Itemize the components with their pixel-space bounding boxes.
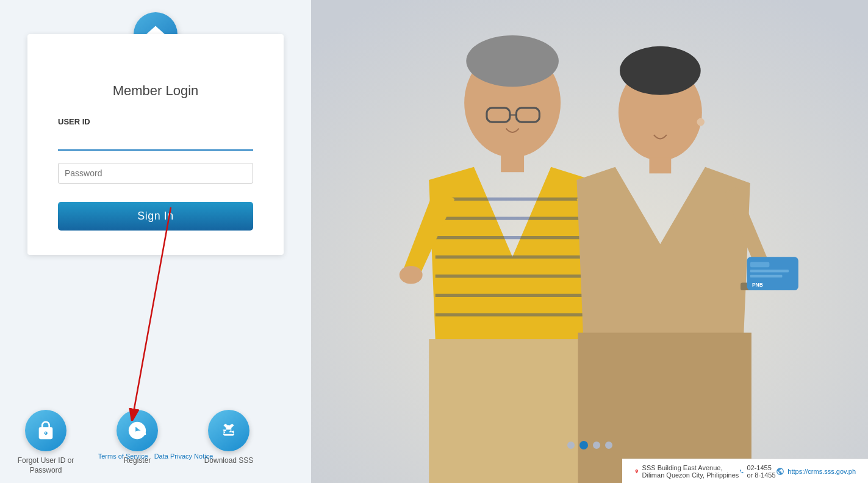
tshirt-download-icon (218, 420, 239, 441)
password-field-group (58, 163, 253, 202)
svg-rect-24 (649, 157, 671, 173)
svg-rect-32 (429, 339, 589, 483)
footer-website: https://crms.sss.gov.ph (776, 467, 856, 476)
address-text: SSS Building East Avenue, Diliman Quezon… (642, 464, 739, 479)
svg-rect-30 (750, 275, 783, 277)
lock-question-icon: ? (35, 420, 56, 441)
globe-icon (776, 467, 784, 476)
svg-rect-28 (750, 262, 770, 267)
slider-dots (567, 441, 612, 449)
globe-user-circle (117, 410, 158, 451)
lock-question-circle: ? (25, 410, 66, 451)
left-panel: Member Login USER ID Sign In ? (0, 0, 311, 483)
user-id-field-group: USER ID (58, 117, 253, 163)
footer-phone: 02-1455 or 8-1455 (739, 464, 776, 479)
phone-text: 02-1455 or 8-1455 (747, 464, 776, 479)
svg-point-3 (137, 424, 143, 430)
svg-point-22 (620, 46, 701, 95)
data-privacy-link[interactable]: Data Privacy Notice (154, 453, 213, 460)
hero-image: PNB (311, 0, 868, 483)
svg-point-6 (466, 35, 559, 87)
svg-text:PNB: PNB (752, 282, 763, 288)
svg-point-18 (400, 266, 423, 284)
password-input[interactable] (58, 163, 253, 184)
terms-row: Terms of Service Data Privacy Notice (0, 453, 311, 460)
website-link[interactable]: https://crms.sss.gov.ph (787, 468, 856, 475)
dot-3[interactable] (593, 442, 600, 449)
user-id-input[interactable] (58, 130, 253, 151)
forgot-user-id-button[interactable]: ? Forgot User ID orPassword (0, 410, 91, 475)
svg-point-23 (697, 118, 705, 126)
svg-rect-10 (501, 153, 524, 173)
dot-4[interactable] (605, 442, 612, 449)
footer-address: SSS Building East Avenue, Diliman Quezon… (634, 464, 739, 479)
phone-icon (739, 467, 744, 476)
user-id-label: USER ID (58, 117, 253, 126)
hero-panel: PNB SSS Building East Avenue, Diliman Qu… (311, 0, 868, 483)
tshirt-download-circle (208, 410, 249, 451)
login-title: Member Login (58, 83, 253, 99)
svg-rect-29 (750, 270, 789, 272)
sign-in-button[interactable]: Sign In (58, 202, 253, 231)
dot-1[interactable] (567, 442, 575, 449)
terms-of-service-link[interactable]: Terms of Service (98, 453, 148, 460)
footer-bar: SSS Building East Avenue, Diliman Quezon… (622, 459, 868, 483)
location-icon (634, 467, 639, 476)
login-card: Member Login USER ID Sign In (27, 34, 284, 255)
svg-text:?: ? (43, 431, 46, 436)
bottom-actions: ? Forgot User ID orPassword Register (0, 404, 311, 483)
hero-background: PNB SSS Building East Avenue, Diliman Qu… (311, 0, 868, 483)
dot-2[interactable] (579, 441, 588, 449)
globe-user-icon (127, 420, 148, 441)
